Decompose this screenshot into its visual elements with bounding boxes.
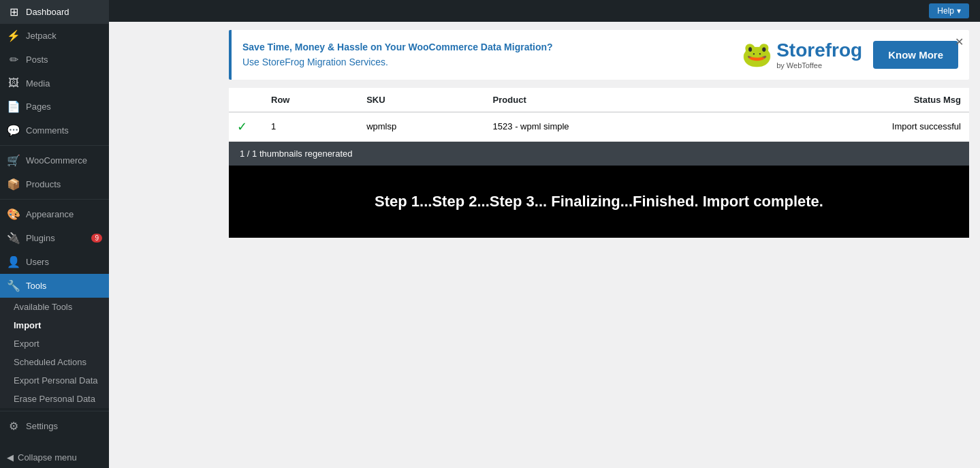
users-icon: 👤 [7,255,20,268]
main-content: Save Time, Money & Hassle on Your WooCom… [218,22,980,468]
sidebar-item-label: Plugins [26,233,55,243]
row-product: 1523 - wpml simple [485,112,737,141]
banner-line1: Save Time, Money & Hassle on Your WooCom… [242,40,553,54]
comments-icon: 💬 [7,124,20,137]
sidebar-item-label: Dashboard [26,7,69,17]
sidebar-divider-3 [0,411,109,411]
storefrog-logo: 🐸 Storefrog by WebToffee [742,40,862,69]
submenu-export-personal-data[interactable]: Export Personal Data [0,371,109,390]
thumbnails-text: 1 / 1 thumbnails regenerated [240,149,353,159]
sidebar-item-pages[interactable]: 📄 Pages [0,95,109,119]
sidebar-item-plugins[interactable]: 🔌 Plugins 9 [0,226,109,250]
complete-text: Step 1...Step 2...Step 3... Finalizing..… [375,193,823,210]
sidebar-item-woocommerce[interactable]: 🛒 WooCommerce [0,149,109,172]
sidebar-item-label: Comments [26,125,69,136]
sidebar-item-tools[interactable]: 🔧 Tools [0,274,109,298]
banner-line2: Use StoreFrog Migration Services. [242,54,553,69]
products-icon: 📦 [7,178,20,191]
sidebar-item-label: Tools [26,281,46,291]
sidebar-item-users[interactable]: 👤 Users [0,250,109,274]
thumbnails-bar: 1 / 1 thumbnails regenerated [229,142,969,166]
sidebar-item-label: Appearance [26,209,74,219]
help-label: Help [937,6,954,16]
sidebar-item-label: WooCommerce [26,155,87,166]
sidebar-item-comments[interactable]: 💬 Comments [0,119,109,142]
tools-submenu: Available Tools Import Export Scheduled … [0,298,109,408]
sidebar-item-jetpack[interactable]: ⚡ Jetpack [0,24,109,48]
check-icon: ✓ [237,120,247,134]
complete-bar: Step 1...Step 2...Step 3... Finalizing..… [229,166,969,238]
col-check [229,88,263,112]
submenu-import[interactable]: Import [0,316,109,334]
collapse-icon: ◀ [7,452,14,463]
sidebar-item-label: Posts [26,54,48,65]
submenu-export[interactable]: Export [0,334,109,353]
banner-close-button[interactable]: ✕ [955,35,964,48]
sidebar-item-products[interactable]: 📦 Products [0,172,109,196]
plugins-icon: 🔌 [7,232,20,245]
table-row: ✓ 1 wpmlsp 1523 - wpml simple Import suc… [229,112,969,141]
sidebar-item-label: Products [26,179,61,189]
submenu-available-tools[interactable]: Available Tools [0,298,109,316]
sidebar: ⊞ Dashboard ⚡ Jetpack ✏ Posts 🖼 Media 📄 … [0,0,109,468]
tools-icon: 🔧 [7,279,20,292]
row-status: Import successful [737,112,969,141]
sidebar-divider-2 [0,199,109,200]
storefrog-sub: by WebToffee [776,61,862,69]
sidebar-item-appearance[interactable]: 🎨 Appearance [0,202,109,226]
storefrog-name: Storefrog [776,40,862,61]
import-table-container: Row SKU Product Status Msg ✓ 1 wpmlsp 15… [229,88,969,142]
table-header-row: Row SKU Product Status Msg [229,88,969,112]
sidebar-item-posts[interactable]: ✏ Posts [0,48,109,72]
import-table: Row SKU Product Status Msg ✓ 1 wpmlsp 15… [229,88,969,142]
sidebar-item-settings[interactable]: ⚙ Settings [0,414,109,438]
help-arrow-icon: ▾ [957,6,961,16]
know-more-button[interactable]: Know More [873,41,958,69]
posts-icon: ✏ [7,53,20,66]
col-row: Row [263,88,358,112]
collapse-menu-btn[interactable]: ◀ Collapse menu [0,447,109,468]
sidebar-item-label: Jetpack [26,31,57,41]
row-number: 1 [263,112,358,141]
sidebar-item-label: Users [26,257,49,267]
sidebar-item-label: Media [26,78,50,89]
row-check: ✓ [229,112,263,141]
submenu-erase-personal-data[interactable]: Erase Personal Data [0,390,109,408]
topbar: Help ▾ [109,0,980,22]
woocommerce-icon: 🛒 [7,154,20,167]
media-icon: 🖼 [7,77,20,89]
sidebar-item-label: Pages [26,102,51,112]
col-product: Product [485,88,737,112]
col-status: Status Msg [737,88,969,112]
col-sku: SKU [358,88,484,112]
help-button[interactable]: Help ▾ [929,3,969,18]
pages-icon: 📄 [7,100,20,113]
sidebar-item-label: Settings [26,421,58,431]
sidebar-item-media[interactable]: 🖼 Media [0,72,109,95]
settings-icon: ⚙ [7,420,20,433]
storefrog-banner: Save Time, Money & Hassle on Your WooCom… [229,30,969,80]
submenu-scheduled-actions[interactable]: Scheduled Actions [0,353,109,371]
banner-right: 🐸 Storefrog by WebToffee Know More [742,40,958,69]
jetpack-icon: ⚡ [7,29,20,42]
collapse-menu-label: Collapse menu [18,452,77,463]
dashboard-icon: ⊞ [7,5,20,18]
appearance-icon: 🎨 [7,208,20,221]
row-sku: wpmlsp [358,112,484,141]
storefrog-frog-icon: 🐸 [742,40,772,69]
sidebar-divider-1 [0,145,109,146]
sidebar-item-dashboard[interactable]: ⊞ Dashboard [0,0,109,24]
plugins-badge: 9 [91,234,102,243]
banner-text: Save Time, Money & Hassle on Your WooCom… [242,40,553,70]
